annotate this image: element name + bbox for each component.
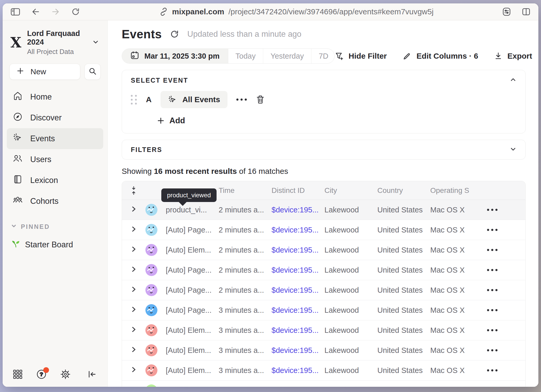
sidebar-item-starter-board[interactable]: Starter Board <box>3 232 107 257</box>
collapse-sidebar-icon[interactable] <box>87 370 97 380</box>
sidebar-item-discover[interactable]: Discover <box>7 107 103 128</box>
expand-row-chevron-icon[interactable] <box>131 386 137 387</box>
settings-gear-icon[interactable] <box>60 369 71 381</box>
expand-row-chevron-icon[interactable] <box>131 306 137 315</box>
city-cell: Lakewood <box>324 386 377 387</box>
distinct-id-link[interactable]: $device:195... <box>272 326 319 334</box>
os-cell: Mac OS X <box>430 366 480 375</box>
trash-icon[interactable] <box>256 95 265 105</box>
select-event-title: SELECT EVENT <box>131 77 188 84</box>
segment-today[interactable]: Today <box>228 49 263 63</box>
forward-arrow-icon[interactable] <box>51 7 60 16</box>
event-avatar <box>145 244 157 256</box>
expand-row-chevron-icon[interactable] <box>131 366 137 375</box>
add-event-button[interactable]: Add <box>157 116 185 125</box>
chevron-down-icon <box>92 38 100 47</box>
table-row[interactable]: [Auto] Page... 3 minutes a... $device:19… <box>122 300 525 320</box>
chevron-up-icon[interactable] <box>510 76 517 84</box>
distinct-id-link[interactable]: $device:195... <box>272 206 319 214</box>
select-event-header[interactable]: SELECT EVENT <box>131 76 517 84</box>
search-button[interactable] <box>84 64 101 80</box>
expand-row-chevron-icon[interactable] <box>131 246 137 255</box>
split-view-icon[interactable] <box>522 8 531 16</box>
segment-7d[interactable]: 7D <box>311 49 335 63</box>
sidebar-item-users[interactable]: Users <box>7 149 103 170</box>
sidebar-item-lexicon[interactable]: Lexicon <box>7 170 103 191</box>
column-header-city[interactable]: City <box>324 186 377 195</box>
table-row[interactable]: [Auto] Elem... 3 minutes a... $device:19… <box>122 340 525 360</box>
refresh-icon[interactable] <box>170 29 180 39</box>
filters-panel: FILTERS <box>122 140 526 160</box>
segment-yesterday[interactable]: Yesterday <box>263 49 311 63</box>
mixpanel-logo: X <box>10 36 21 49</box>
row-more-button[interactable] <box>487 249 497 251</box>
expand-row-chevron-icon[interactable] <box>131 225 137 235</box>
row-more-button[interactable] <box>487 229 497 231</box>
row-more-button[interactable] <box>487 309 497 311</box>
event-name: [Auto] Page... <box>166 286 219 295</box>
clause-more-button[interactable] <box>236 99 247 101</box>
pinned-section-header[interactable]: PINNED <box>3 212 107 232</box>
os-cell: Mac OS X <box>430 226 480 234</box>
city-cell: Lakewood <box>324 366 377 375</box>
distinct-id-link[interactable]: $device:195... <box>272 306 319 314</box>
column-header-os[interactable]: Operating S <box>430 186 480 195</box>
event-name: [Auto] Elem... <box>166 246 219 254</box>
row-more-button[interactable] <box>487 369 497 371</box>
new-button[interactable]: New <box>9 64 80 80</box>
edit-columns-button[interactable]: Edit Columns · 6 <box>402 51 478 61</box>
distinct-id-link[interactable]: $device:195... <box>272 266 319 274</box>
event-time: 3 minutes a... <box>219 326 272 335</box>
event-time: 3 minutes a... <box>219 346 272 355</box>
distinct-id-link[interactable]: $device:195... <box>272 366 319 375</box>
row-more-button[interactable] <box>487 329 497 331</box>
apps-grid-icon[interactable] <box>13 369 23 381</box>
table-row[interactable]: [Auto] Page... 2 minutes a... $device:19… <box>122 280 525 300</box>
sidebar-item-cohorts[interactable]: Cohorts <box>7 191 103 212</box>
expand-row-chevron-icon[interactable] <box>131 205 137 215</box>
custom-date-segment[interactable]: Mar 11, 2025 3:30 pm <box>122 49 228 63</box>
hide-filter-button[interactable]: Hide Filter <box>335 51 387 61</box>
drag-handle-icon[interactable] <box>131 95 137 105</box>
table-row[interactable]: [Auto] Elem... 3 minutes a... $device:19… <box>122 320 525 340</box>
country-cell: United States <box>377 306 430 315</box>
export-button[interactable]: Export <box>494 52 532 60</box>
column-header-time[interactable]: Time <box>219 186 272 195</box>
help-icon[interactable]: ? <box>36 369 47 381</box>
event-selector-pill[interactable]: All Events <box>161 91 228 108</box>
browser-sidebar-toggle-icon[interactable] <box>10 7 20 16</box>
row-more-button[interactable] <box>487 289 497 291</box>
chevron-down-icon[interactable] <box>510 146 517 154</box>
table-row[interactable]: [Auto] Page... 2 minutes a... $device:19… <box>122 220 525 240</box>
table-row[interactable]: [Auto] Elem... 4 minutes a... $device:19… <box>122 381 525 387</box>
expand-row-chevron-icon[interactable] <box>131 326 137 335</box>
expand-row-chevron-icon[interactable] <box>131 266 137 275</box>
browser-customize-icon[interactable] <box>502 7 511 16</box>
sidebar-item-events[interactable]: Events <box>7 128 103 149</box>
table-row[interactable]: [Auto] Page... 2 minutes a... $device:19… <box>122 260 525 280</box>
project-switcher[interactable]: X Lord Farquaad 2024 All Project Data <box>3 20 107 62</box>
distinct-id-link[interactable]: $device:195... <box>272 286 319 294</box>
distinct-id-link[interactable]: $device:195... <box>272 246 319 254</box>
row-more-button[interactable] <box>487 269 497 271</box>
expand-row-chevron-icon[interactable] <box>131 346 137 355</box>
row-more-button[interactable] <box>487 209 497 211</box>
address-bar[interactable]: mixpanel.com/project/3472420/view/397469… <box>104 7 489 16</box>
sidebar-footer: ? <box>3 363 107 387</box>
filters-header[interactable]: FILTERS <box>131 146 517 154</box>
distinct-id-link[interactable]: $device:195... <box>272 386 319 387</box>
back-arrow-icon[interactable] <box>31 7 40 16</box>
sidebar-item-home[interactable]: Home <box>7 87 103 107</box>
sidebar-nav: Home Discover Events <box>3 84 107 212</box>
table-row[interactable]: [Auto] Elem... 2 minutes a... $device:19… <box>122 240 525 260</box>
row-more-button[interactable] <box>487 349 497 351</box>
table-row[interactable]: [Auto] Elem... 3 minutes a... $device:19… <box>122 360 525 381</box>
expand-row-chevron-icon[interactable] <box>131 286 137 295</box>
collapse-all-rows-icon[interactable] <box>122 186 145 195</box>
reload-icon[interactable] <box>71 7 80 16</box>
distinct-id-link[interactable]: $device:195... <box>272 226 319 234</box>
column-header-country[interactable]: Country <box>377 186 430 195</box>
distinct-id-link[interactable]: $device:195... <box>272 346 319 354</box>
results-summary: Showing 16 most recent results of 16 mat… <box>122 167 536 176</box>
column-header-distinct-id[interactable]: Distinct ID <box>272 186 324 195</box>
